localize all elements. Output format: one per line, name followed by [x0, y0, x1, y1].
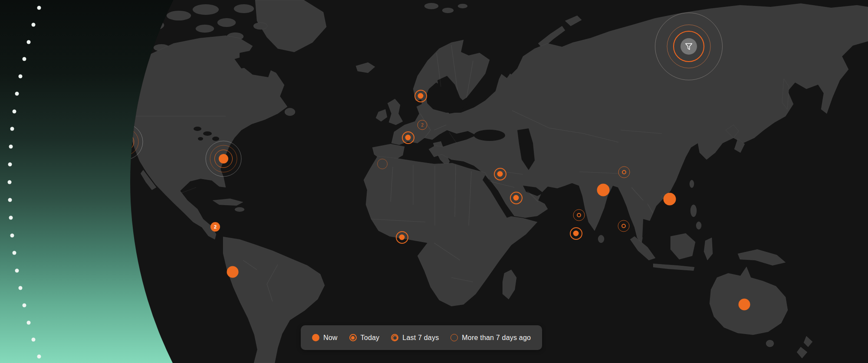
- arc-dot: [32, 337, 36, 341]
- legend-item-now: Now: [312, 334, 338, 342]
- arc-dot: [8, 198, 12, 202]
- legend-label: More than 7 days ago: [462, 334, 531, 342]
- map-marker-morocco-coast[interactable]: [377, 159, 388, 169]
- arc-dot: [26, 40, 30, 44]
- map-marker-andaman[interactable]: [621, 224, 626, 228]
- map-marker-south-india-sea[interactable]: [577, 213, 581, 217]
- map-marker-sri-lanka-sea[interactable]: [573, 231, 579, 236]
- map-marker-denmark[interactable]: [418, 93, 424, 99]
- marker-layer: 22: [130, 0, 868, 363]
- map-marker-australia[interactable]: [739, 299, 750, 311]
- map-marker-peru[interactable]: [227, 266, 239, 278]
- arc-dot: [22, 57, 26, 61]
- arc-dot: [32, 23, 36, 27]
- filter-button[interactable]: [681, 38, 697, 55]
- filter-icon: [684, 42, 694, 51]
- map-marker-south-france[interactable]: [405, 135, 411, 141]
- legend-item-today: Today: [349, 334, 380, 342]
- arc-dot: [13, 251, 16, 255]
- arc-dot: [22, 303, 26, 307]
- legend-label: Today: [361, 334, 380, 342]
- map-marker-himalaya[interactable]: [622, 170, 626, 174]
- arc-dot: [8, 163, 12, 167]
- legend-label: Now: [323, 334, 338, 342]
- arc-dot: [10, 233, 14, 237]
- arc-dot: [13, 109, 16, 113]
- map-stage: 22: [130, 0, 868, 363]
- arc-dot: [37, 6, 41, 10]
- map-legend: Now Today Last 7 days More than 7 days a…: [301, 325, 542, 350]
- map-marker-india[interactable]: [597, 184, 610, 196]
- last-7-days-marker-icon: [391, 334, 398, 341]
- map-marker-central-america[interactable]: 2: [210, 222, 220, 232]
- map-marker-gulf-of-guinea[interactable]: [399, 235, 405, 240]
- arc-dot: [15, 268, 19, 272]
- today-marker-icon: [349, 334, 357, 341]
- pulse-outer-ring: [130, 124, 143, 160]
- arc-dot: [18, 286, 22, 290]
- arc-dot: [37, 354, 41, 358]
- arc-dot: [8, 180, 12, 184]
- map-marker-iraq[interactable]: [497, 171, 503, 177]
- map-marker-central-europe[interactable]: 2: [418, 120, 427, 130]
- older-marker-icon: [450, 334, 458, 341]
- now-marker-icon: [312, 334, 319, 341]
- legend-label: Last 7 days: [402, 334, 439, 342]
- legend-item-last-7-days: Last 7 days: [391, 334, 439, 342]
- map-marker-saudi-arabia[interactable]: [513, 195, 519, 201]
- pulse-outer-ring: [206, 141, 242, 177]
- arc-dot: [9, 216, 13, 219]
- map-marker-us-east-coast[interactable]: [219, 154, 228, 164]
- arc-dot: [9, 145, 13, 149]
- map-marker-south-china[interactable]: [664, 193, 676, 206]
- arc-dot: [26, 320, 30, 324]
- arc-dot: [10, 127, 14, 131]
- arc-dot: [18, 75, 22, 78]
- arc-dot: [15, 92, 19, 96]
- legend-item-older: More than 7 days ago: [450, 334, 531, 342]
- map-globe-container: 22: [130, 0, 868, 363]
